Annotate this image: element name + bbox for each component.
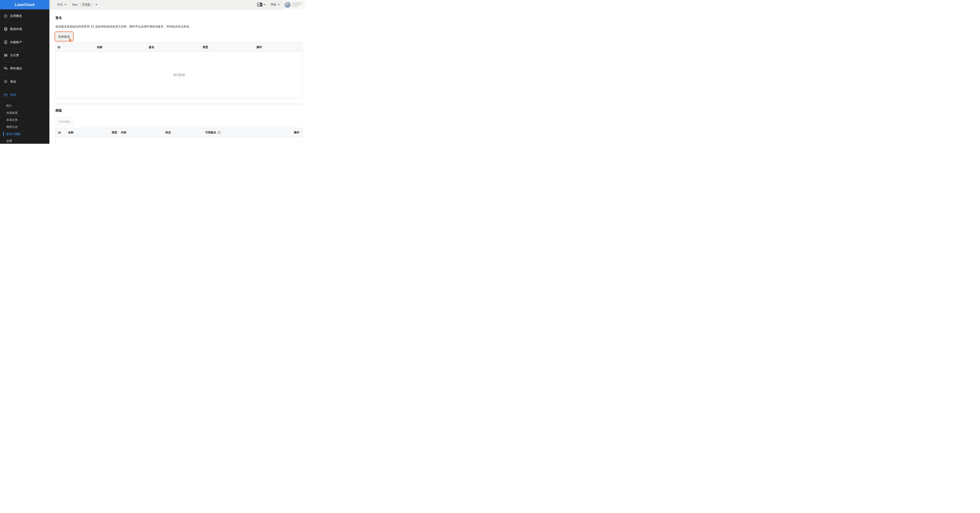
submenu-item-online-send[interactable]: 在线发送 bbox=[0, 109, 49, 116]
sidebar-item-push[interactable]: 推送 bbox=[0, 75, 49, 88]
bell-icon bbox=[3, 80, 8, 84]
user-menu[interactable] bbox=[284, 0, 305, 10]
app-name[interactable]: Test bbox=[72, 3, 78, 6]
mail-icon bbox=[3, 93, 8, 97]
help-menu[interactable]: 帮助 bbox=[270, 3, 280, 6]
column-header-id: ID bbox=[56, 46, 95, 49]
sidebar-item-instant-messaging[interactable]: 即时通讯 bbox=[0, 62, 49, 75]
user-name-blurred bbox=[292, 3, 302, 6]
topbar: 华北 Test 开发版 A 文 帮助 bbox=[49, 0, 305, 10]
sidebar-item-app-overview[interactable]: 应用概览 bbox=[0, 10, 49, 22]
leancloud-logo[interactable]: LeanCloud bbox=[0, 0, 49, 10]
sidebar-item-data-storage[interactable]: 数据存储 bbox=[0, 22, 49, 36]
avatar bbox=[285, 2, 291, 8]
sidebar-item-label: 数据存储 bbox=[10, 27, 22, 31]
language-selector[interactable]: A 文 bbox=[257, 3, 266, 7]
template-section-title: 模版 bbox=[56, 108, 302, 113]
column-header-status: 状态 bbox=[163, 131, 203, 134]
sidebar-item-label: 应用概览 bbox=[10, 14, 22, 18]
chevron-down-icon bbox=[278, 4, 280, 5]
column-header-signature: 签名 bbox=[147, 46, 201, 49]
section-divider bbox=[56, 104, 302, 104]
home-icon bbox=[3, 14, 8, 18]
templates-table-header: ID 名称 类型 内容 状态 可用签名 ? 操作 bbox=[56, 128, 302, 137]
language-icon: A 文 bbox=[257, 3, 262, 7]
sidebar-item-label: 即时通讯 bbox=[10, 67, 22, 70]
column-header-id: ID bbox=[56, 131, 65, 134]
sidebar-item-label: 推送 bbox=[10, 80, 16, 84]
sidebar-item-label: 云引擎 bbox=[10, 54, 19, 57]
chevron-down-icon bbox=[264, 4, 266, 5]
sidebar-item-label: 短信 bbox=[10, 93, 16, 97]
empty-state-text: 暂无数据 bbox=[56, 52, 302, 98]
submenu-item-send-records[interactable]: 发送记录 bbox=[0, 116, 49, 123]
id-card-icon bbox=[3, 40, 8, 44]
templates-table: ID 名称 类型 内容 状态 可用签名 ? 操作 bbox=[56, 128, 302, 144]
signatures-table: ID 名称 签名 类型 操作 暂无数据 bbox=[56, 43, 302, 98]
chevron-down-icon[interactable] bbox=[95, 4, 97, 5]
column-header-actions: 操作 bbox=[255, 46, 302, 49]
click-target-highlight: 添加签名 bbox=[54, 31, 74, 41]
main-content: 签名 短信签名是指短信内容里用【】括起来的短信发送方名称，国内节点必须申请短信签… bbox=[49, 10, 305, 144]
add-template-button[interactable]: 添加模板 bbox=[56, 118, 73, 126]
sidebar-item-cloud-engine[interactable]: 云引擎 bbox=[0, 49, 49, 62]
column-header-type: 类型 bbox=[201, 46, 255, 49]
database-icon bbox=[3, 27, 8, 31]
chat-icon bbox=[3, 66, 8, 71]
signatures-table-header: ID 名称 签名 类型 操作 bbox=[56, 43, 302, 52]
signature-description: 短信签名是指短信内容里用【】括起来的短信发送方名称，国内节点必须申请短信签名，否… bbox=[56, 24, 302, 29]
submenu-item-settings[interactable]: 设置 bbox=[0, 137, 49, 144]
submenu-item-signatures-templates[interactable]: 签名与模版 bbox=[0, 131, 49, 137]
leancloud-console: LeanCloud 应用概览 数据存储 内建账户 bbox=[0, 0, 305, 144]
server-icon bbox=[3, 53, 8, 57]
column-header-name: 名称 bbox=[95, 46, 147, 49]
sidebar-item-sms[interactable]: 短信 bbox=[0, 88, 49, 101]
sidebar-sms-submenu: 统计 在线发送 发送记录 请求日志 签名与模版 设置 bbox=[0, 101, 49, 144]
cursor-icon bbox=[68, 38, 73, 43]
sidebar-item-label: 内建账户 bbox=[10, 40, 22, 44]
help-circle-icon[interactable]: ? bbox=[218, 131, 221, 134]
region-selector[interactable]: 华北 bbox=[57, 3, 67, 6]
env-badge[interactable]: 开发版 bbox=[80, 2, 93, 7]
svg-text:A: A bbox=[258, 3, 259, 6]
topbar-right: A 文 帮助 bbox=[257, 0, 305, 10]
column-header-type: 类型 bbox=[109, 131, 118, 134]
sidebar: LeanCloud 应用概览 数据存储 内建账户 bbox=[0, 0, 49, 144]
submenu-item-statistics[interactable]: 统计 bbox=[0, 102, 49, 109]
column-header-name: 名称 bbox=[65, 131, 109, 134]
column-header-content: 内容 bbox=[118, 131, 163, 134]
column-header-available-signatures: 可用签名 ? bbox=[203, 131, 251, 134]
signature-section-title: 签名 bbox=[56, 16, 302, 20]
region-label: 华北 bbox=[57, 3, 63, 6]
sidebar-item-builtin-accounts[interactable]: 内建账户 bbox=[0, 36, 49, 49]
help-label: 帮助 bbox=[270, 3, 276, 6]
svg-text:文: 文 bbox=[260, 4, 262, 6]
chevron-down-icon bbox=[65, 4, 67, 5]
column-header-actions: 操作 bbox=[251, 131, 302, 134]
sidebar-main-nav: 应用概览 数据存储 内建账户 云引擎 bbox=[0, 10, 49, 101]
submenu-item-request-logs[interactable]: 请求日志 bbox=[0, 123, 49, 131]
